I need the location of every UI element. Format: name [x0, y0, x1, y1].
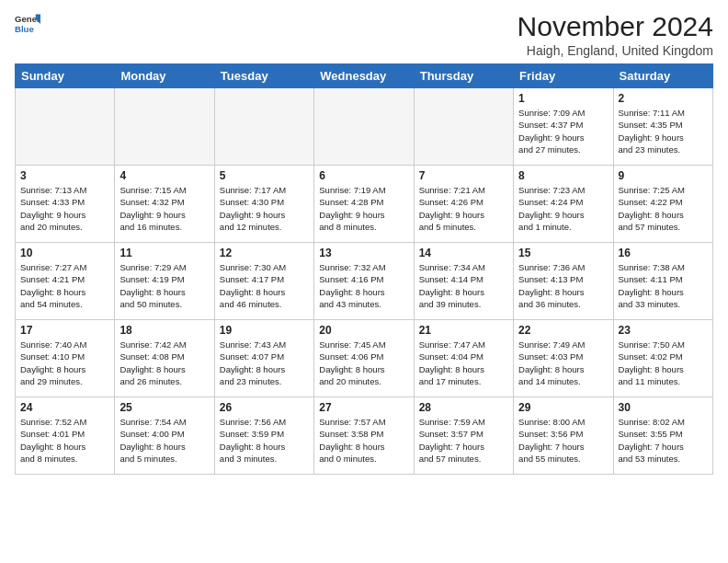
day-info: Sunrise: 7:21 AM Sunset: 4:26 PM Dayligh…: [419, 184, 508, 233]
day-number: 22: [518, 324, 608, 337]
calendar-cell: 30Sunrise: 8:02 AM Sunset: 3:55 PM Dayli…: [613, 397, 712, 475]
header-saturday: Saturday: [613, 64, 712, 88]
calendar-cell: 8Sunrise: 7:23 AM Sunset: 4:24 PM Daylig…: [514, 166, 613, 243]
day-info: Sunrise: 7:56 AM Sunset: 3:59 PM Dayligh…: [220, 416, 309, 465]
day-info: Sunrise: 7:38 AM Sunset: 4:11 PM Dayligh…: [619, 261, 708, 310]
generalblue-logo-icon: General Blue: [15, 11, 40, 37]
calendar-cell: 1Sunrise: 7:09 AM Sunset: 4:37 PM Daylig…: [514, 88, 613, 166]
day-info: Sunrise: 7:36 AM Sunset: 4:13 PM Dayligh…: [518, 261, 608, 310]
calendar-week-5: 24Sunrise: 7:52 AM Sunset: 4:01 PM Dayli…: [16, 397, 713, 475]
day-number: 16: [619, 247, 708, 259]
calendar-cell: 25Sunrise: 7:54 AM Sunset: 4:00 PM Dayli…: [115, 397, 214, 475]
svg-text:Blue: Blue: [15, 24, 34, 34]
day-number: 15: [518, 247, 608, 259]
day-info: Sunrise: 7:34 AM Sunset: 4:14 PM Dayligh…: [419, 261, 508, 310]
day-number: 18: [119, 324, 209, 337]
day-info: Sunrise: 7:50 AM Sunset: 4:02 PM Dayligh…: [619, 339, 708, 387]
day-number: 7: [419, 169, 508, 182]
calendar-cell: 7Sunrise: 7:21 AM Sunset: 4:26 PM Daylig…: [414, 166, 513, 243]
header-tuesday: Tuesday: [214, 64, 313, 88]
day-number: 1: [518, 92, 608, 105]
calendar-week-4: 17Sunrise: 7:40 AM Sunset: 4:10 PM Dayli…: [16, 320, 713, 397]
day-info: Sunrise: 7:27 AM Sunset: 4:21 PM Dayligh…: [20, 261, 109, 310]
calendar-cell: 4Sunrise: 7:15 AM Sunset: 4:32 PM Daylig…: [115, 166, 214, 243]
day-info: Sunrise: 8:00 AM Sunset: 3:56 PM Dayligh…: [518, 416, 608, 465]
calendar-cell: 6Sunrise: 7:19 AM Sunset: 4:28 PM Daylig…: [314, 166, 414, 243]
calendar-cell: 11Sunrise: 7:29 AM Sunset: 4:19 PM Dayli…: [115, 243, 214, 320]
day-info: Sunrise: 7:54 AM Sunset: 4:00 PM Dayligh…: [119, 416, 209, 465]
day-number: 27: [319, 401, 408, 414]
day-info: Sunrise: 7:43 AM Sunset: 4:07 PM Dayligh…: [220, 339, 309, 387]
day-number: 14: [419, 247, 508, 259]
page: General Blue November 2024 Haigh, Englan…: [0, 0, 728, 563]
day-number: 21: [419, 324, 508, 337]
calendar-cell: [214, 88, 313, 166]
day-info: Sunrise: 7:13 AM Sunset: 4:33 PM Dayligh…: [20, 184, 109, 233]
calendar-cell: 12Sunrise: 7:30 AM Sunset: 4:17 PM Dayli…: [214, 243, 313, 320]
title-block: November 2024 Haigh, England, United Kin…: [518, 11, 713, 58]
day-number: 24: [20, 401, 109, 414]
calendar-cell: 9Sunrise: 7:25 AM Sunset: 4:22 PM Daylig…: [613, 166, 712, 243]
day-number: 29: [518, 401, 608, 414]
calendar-cell: 26Sunrise: 7:56 AM Sunset: 3:59 PM Dayli…: [214, 397, 313, 475]
location: Haigh, England, United Kingdom: [518, 43, 713, 58]
calendar-cell: 15Sunrise: 7:36 AM Sunset: 4:13 PM Dayli…: [514, 243, 613, 320]
calendar-cell: 10Sunrise: 7:27 AM Sunset: 4:21 PM Dayli…: [16, 243, 115, 320]
day-number: 13: [319, 247, 408, 259]
day-info: Sunrise: 7:47 AM Sunset: 4:04 PM Dayligh…: [419, 339, 508, 387]
calendar-cell: 17Sunrise: 7:40 AM Sunset: 4:10 PM Dayli…: [16, 320, 115, 397]
calendar-cell: 16Sunrise: 7:38 AM Sunset: 4:11 PM Dayli…: [613, 243, 712, 320]
logo: General Blue: [15, 11, 40, 37]
day-number: 20: [319, 324, 408, 337]
day-info: Sunrise: 7:45 AM Sunset: 4:06 PM Dayligh…: [319, 339, 408, 387]
day-info: Sunrise: 7:59 AM Sunset: 3:57 PM Dayligh…: [419, 416, 508, 465]
calendar-week-3: 10Sunrise: 7:27 AM Sunset: 4:21 PM Dayli…: [16, 243, 713, 320]
day-number: 26: [220, 401, 309, 414]
calendar-cell: [314, 88, 414, 166]
day-info: Sunrise: 7:40 AM Sunset: 4:10 PM Dayligh…: [20, 339, 109, 387]
calendar-cell: [115, 88, 214, 166]
day-number: 28: [419, 401, 508, 414]
day-number: 19: [220, 324, 309, 337]
day-number: 10: [20, 247, 109, 259]
calendar-cell: 22Sunrise: 7:49 AM Sunset: 4:03 PM Dayli…: [514, 320, 613, 397]
day-info: Sunrise: 7:25 AM Sunset: 4:22 PM Dayligh…: [619, 184, 708, 233]
day-info: Sunrise: 7:57 AM Sunset: 3:58 PM Dayligh…: [319, 416, 408, 465]
header-wednesday: Wednesday: [314, 64, 414, 88]
day-number: 2: [619, 92, 708, 105]
calendar-week-1: 1Sunrise: 7:09 AM Sunset: 4:37 PM Daylig…: [16, 88, 713, 166]
day-info: Sunrise: 7:29 AM Sunset: 4:19 PM Dayligh…: [119, 261, 209, 310]
day-info: Sunrise: 7:15 AM Sunset: 4:32 PM Dayligh…: [119, 184, 209, 233]
day-number: 17: [20, 324, 109, 337]
day-number: 11: [119, 247, 209, 259]
day-info: Sunrise: 7:42 AM Sunset: 4:08 PM Dayligh…: [119, 339, 209, 387]
day-number: 3: [20, 169, 109, 182]
day-info: Sunrise: 7:17 AM Sunset: 4:30 PM Dayligh…: [220, 184, 309, 233]
day-number: 6: [319, 169, 408, 182]
calendar-cell: 23Sunrise: 7:50 AM Sunset: 4:02 PM Dayli…: [613, 320, 712, 397]
calendar-cell: 29Sunrise: 8:00 AM Sunset: 3:56 PM Dayli…: [514, 397, 613, 475]
day-info: Sunrise: 7:49 AM Sunset: 4:03 PM Dayligh…: [518, 339, 608, 387]
day-number: 8: [518, 169, 608, 182]
calendar-cell: 21Sunrise: 7:47 AM Sunset: 4:04 PM Dayli…: [414, 320, 513, 397]
header-sunday: Sunday: [16, 64, 115, 88]
day-number: 23: [619, 324, 708, 337]
day-info: Sunrise: 7:09 AM Sunset: 4:37 PM Dayligh…: [518, 107, 608, 155]
calendar-cell: 27Sunrise: 7:57 AM Sunset: 3:58 PM Dayli…: [314, 397, 414, 475]
calendar-cell: 18Sunrise: 7:42 AM Sunset: 4:08 PM Dayli…: [115, 320, 214, 397]
calendar-cell: 20Sunrise: 7:45 AM Sunset: 4:06 PM Dayli…: [314, 320, 414, 397]
calendar-cell: 14Sunrise: 7:34 AM Sunset: 4:14 PM Dayli…: [414, 243, 513, 320]
day-info: Sunrise: 8:02 AM Sunset: 3:55 PM Dayligh…: [619, 416, 708, 465]
day-number: 5: [220, 169, 309, 182]
day-info: Sunrise: 7:32 AM Sunset: 4:16 PM Dayligh…: [319, 261, 408, 310]
calendar-cell: 2Sunrise: 7:11 AM Sunset: 4:35 PM Daylig…: [613, 88, 712, 166]
calendar-cell: 13Sunrise: 7:32 AM Sunset: 4:16 PM Dayli…: [314, 243, 414, 320]
day-info: Sunrise: 7:11 AM Sunset: 4:35 PM Dayligh…: [619, 107, 708, 155]
day-info: Sunrise: 7:19 AM Sunset: 4:28 PM Dayligh…: [319, 184, 408, 233]
day-number: 9: [619, 169, 708, 182]
weekday-header-row: Sunday Monday Tuesday Wednesday Thursday…: [16, 64, 713, 88]
calendar-cell: 24Sunrise: 7:52 AM Sunset: 4:01 PM Dayli…: [16, 397, 115, 475]
header-monday: Monday: [115, 64, 214, 88]
calendar-week-2: 3Sunrise: 7:13 AM Sunset: 4:33 PM Daylig…: [16, 166, 713, 243]
header-friday: Friday: [514, 64, 613, 88]
